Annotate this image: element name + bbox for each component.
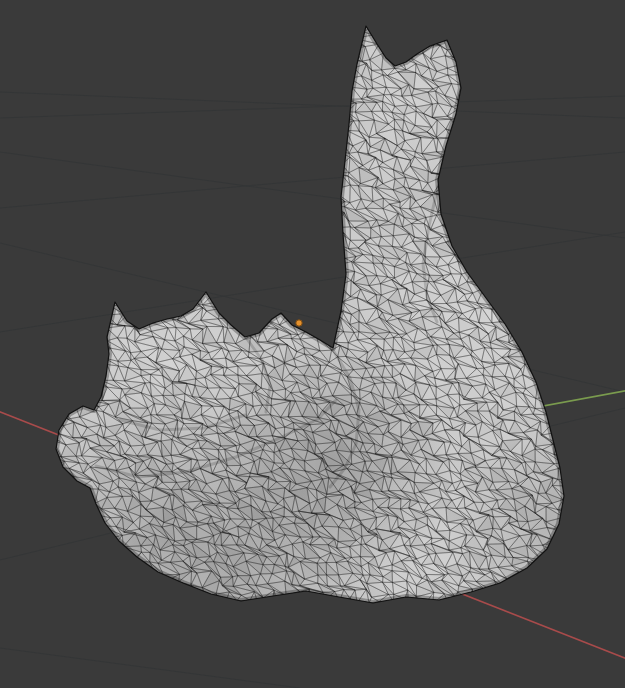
blender-3d-viewport[interactable]: [0, 0, 625, 688]
viewport-canvas[interactable]: [0, 0, 625, 688]
